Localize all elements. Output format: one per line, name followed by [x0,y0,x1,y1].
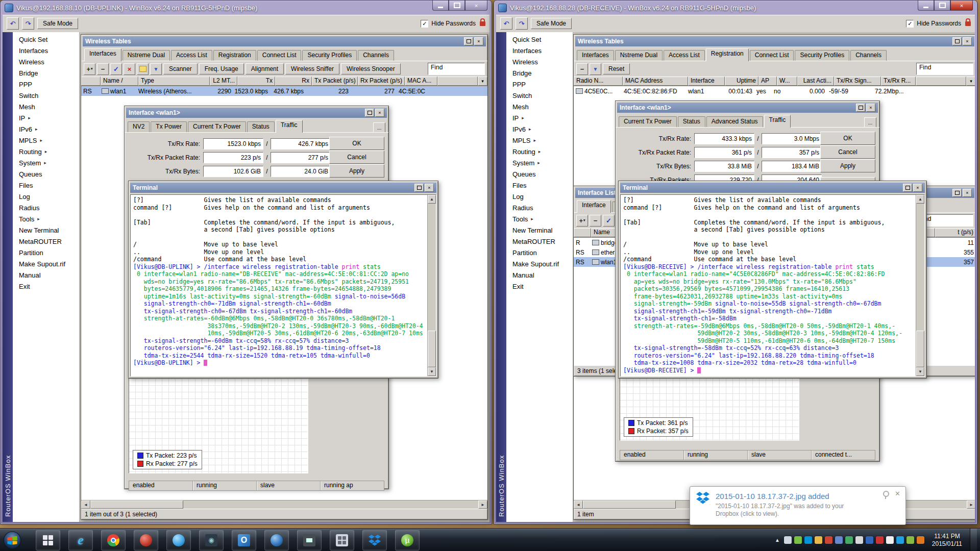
scroll-down-icon[interactable]: ▼ [428,367,436,376]
sidebar-item-routing[interactable]: Routing▸ [506,146,573,157]
dialog-titlebar[interactable]: Interface <wlan1> × [617,103,878,113]
tab-overflow-button[interactable]: ... [373,122,385,133]
add-dropdown-icon[interactable]: +▾ [84,63,95,75]
tray-icon-3[interactable] [804,536,812,544]
tray-icon-14[interactable] [917,536,924,544]
tab-nstreme-dual[interactable]: Nstreme Dual [122,50,170,61]
child-close-button[interactable]: × [963,37,972,45]
internet-explorer-icon[interactable]: e [68,530,93,550]
find-input[interactable]: Find [428,63,485,75]
disable-icon[interactable]: × [124,63,135,75]
cancel-button[interactable]: Cancel [820,145,875,159]
ok-button[interactable]: OK [329,137,384,150]
sidebar-item-make-supout-rif[interactable]: Make Supout.rif [13,258,79,269]
window-titlebar[interactable]: Vikus@192.168.88.28 (DB-RECEIVE) - WinBo… [494,1,977,15]
comment-icon[interactable] [137,63,149,75]
column-header[interactable]: Tx/Rx Sign... [834,77,881,86]
sidebar-item-wireless[interactable]: Wireless [506,56,573,67]
sidebar-item-ppp[interactable]: PPP [13,79,79,90]
sidebar-item-mesh[interactable]: Mesh [13,101,79,112]
tray-icon-12[interactable] [896,536,904,544]
column-header[interactable]: Tx/Rx R... [881,77,916,86]
filter-icon[interactable]: ▼ [590,63,601,75]
scroll-up-icon[interactable]: ▲ [916,195,924,204]
terminal-maximize-button[interactable] [903,184,912,192]
sidebar-item-log[interactable]: Log [506,191,573,202]
table-row[interactable]: 4C5E0C...4C:5E:0C:82:86:FDwlan100:01:43y… [574,86,975,96]
sidebar-item-system[interactable]: System▸ [506,157,573,168]
enable-icon[interactable]: ✓ [110,63,122,75]
column-header[interactable]: Rx Packet (p/s) [358,77,405,86]
vertical-scrollbar[interactable]: ▲ ▼ [916,195,924,376]
safe-mode-button[interactable]: Safe Mode [531,18,572,29]
column-header[interactable]: Rx [275,77,312,86]
minimize-button[interactable] [432,1,449,11]
show-desktop-button[interactable] [970,529,977,551]
utorrent-icon[interactable]: µ [395,530,420,550]
app-blue-icon[interactable] [264,530,289,550]
tab-current-tx-power[interactable]: Current Tx Power [619,116,677,128]
tab-traffic[interactable]: Traffic [764,115,791,128]
sidebar-item-switch[interactable]: Switch [13,90,79,101]
sidebar-item-radius[interactable]: Radius [506,202,573,213]
column-header[interactable]: Type [138,77,210,86]
sidebar-item-files[interactable]: Files [506,180,573,191]
sidebar-item-ipv6[interactable]: IPv6▸ [506,123,573,135]
column-header[interactable]: L2 MT... [210,77,237,86]
tray-icon-13[interactable] [906,536,914,544]
tray-icon-10[interactable] [876,536,884,544]
sidebar-item-bridge[interactable]: Bridge [13,67,79,79]
field-value-rx[interactable]: 183.4 MiB [762,161,822,172]
sidebar-item-ppp[interactable]: PPP [506,79,573,90]
sidebar-item-quick-set[interactable]: Quick Set [506,34,573,45]
sidebar-item-make-supout-rif[interactable]: Make Supout.rif [506,258,573,269]
ok-button[interactable]: OK [820,132,875,145]
tab-advanced-status[interactable]: Advanced Status [706,116,763,128]
column-header[interactable]: MAC Address [623,77,688,86]
sidebar-item-partition[interactable]: Partition [506,247,573,258]
button-scanner[interactable]: Scanner [163,63,198,74]
remote-dark-icon[interactable] [297,530,322,550]
apps-grid-icon[interactable] [36,530,60,550]
child-maximize-button[interactable] [952,37,962,45]
scroll-left-icon[interactable]: ◄ [81,500,90,509]
dropbox-icon[interactable] [362,530,387,550]
sidebar-item-manual[interactable]: Manual [13,269,79,281]
button-reset[interactable]: Reset [603,63,630,74]
child-maximize-button[interactable] [464,37,473,45]
apply-button[interactable]: Apply [820,159,875,172]
field-value-rx[interactable]: 357 p/s [762,147,822,158]
sidebar-item-log[interactable]: Log [13,191,79,202]
field-value-tx[interactable]: 361 p/s [694,147,754,158]
tab-interfaces[interactable]: Interfaces [577,50,614,61]
tab-status[interactable]: Status [247,121,275,133]
close-button[interactable]: × [465,1,487,11]
column-header[interactable]: MAC A... [405,77,437,86]
field-value-tx[interactable]: 433.3 kbps [694,133,754,144]
redo-button[interactable]: ↷ [22,17,34,30]
sidebar-item-interfaces[interactable]: Interfaces [13,45,79,56]
sidebar-item-files[interactable]: Files [13,180,79,191]
sidebar-item-ip[interactable]: IP▸ [506,112,573,123]
filter-icon[interactable]: ▼ [150,63,162,75]
tab-connect-list[interactable]: Connect List [750,50,794,61]
tab-security-profiles[interactable]: Security Profiles [302,50,357,61]
tray-icon-8[interactable] [855,536,863,544]
tab-nv2[interactable]: NV2 [128,121,150,133]
dialog-titlebar[interactable]: Interface <wlan1> × [126,108,387,118]
messenger-blue-icon[interactable] [166,530,191,550]
sidebar-item-new-terminal[interactable]: New Terminal [13,224,79,236]
tab-traffic[interactable]: Traffic [276,120,303,133]
close-button[interactable]: × [950,1,973,11]
find-input[interactable]: Find [916,63,973,75]
undo-button[interactable]: ↶ [500,17,512,30]
dialog-maximize-button[interactable] [856,104,865,112]
outlook-icon[interactable]: O [232,530,256,550]
terminal-titlebar[interactable]: Terminal × [130,183,436,193]
tray-icon-5[interactable] [825,536,832,544]
tab-tx-power[interactable]: Tx Power [151,121,187,133]
sidebar-item-mpls[interactable]: MPLS▸ [506,135,573,146]
sidebar-item-queues[interactable]: Queues [13,168,79,180]
terminal-close-button[interactable]: × [913,184,922,192]
dialog-maximize-button[interactable] [365,109,374,117]
